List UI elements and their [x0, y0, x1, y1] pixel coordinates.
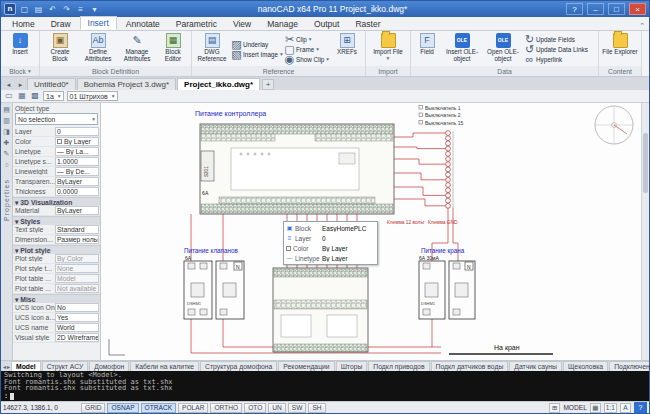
- ribbon-group-title-block[interactable]: Block▾: [1, 66, 39, 76]
- insert-button[interactable]: ↓ Insert: [3, 32, 37, 66]
- status-toggle-sh[interactable]: SH: [308, 403, 325, 413]
- open-file-icon[interactable]: ▤: [33, 4, 44, 15]
- layout-tab[interactable]: Шторы: [336, 361, 368, 371]
- edit-tool-icon[interactable]: ✎: [2, 149, 11, 158]
- canvas-vertical-scrollbar[interactable]: [641, 103, 649, 360]
- new-doc-tab-button[interactable]: +: [262, 79, 274, 90]
- properties-palette-label[interactable]: Properties: [3, 179, 10, 221]
- layout-tab[interactable]: Щеколовка: [563, 361, 608, 371]
- props-row-value[interactable]: — By De...: [55, 167, 99, 176]
- layout-tab[interactable]: Структура домофона: [200, 361, 277, 371]
- style-combo[interactable]: 01 Штрихов▾: [67, 91, 118, 101]
- props-row-value[interactable]: Yes: [55, 313, 99, 322]
- quick-access-dropdown-icon[interactable]: ▾: [89, 4, 100, 15]
- doc-tab-bohemia[interactable]: Bohemia Project 3.dwg*: [77, 78, 176, 90]
- status-toggle-un[interactable]: UN: [268, 403, 286, 413]
- ribbon-tab-view[interactable]: View: [226, 18, 258, 30]
- ribbon-tab-raster[interactable]: Raster: [348, 18, 387, 30]
- props-row-value[interactable]: World: [55, 323, 99, 332]
- manage-attributes-button[interactable]: ✎ Manage Attributes: [118, 32, 156, 66]
- props-row-value[interactable]: No: [55, 303, 99, 312]
- close-button[interactable]: ×: [629, 3, 646, 15]
- redo-icon[interactable]: ↷: [61, 4, 72, 15]
- insert-image-button[interactable]: ▧ Insert Image▾: [231, 50, 283, 59]
- crane-breakers[interactable]: Питание крана 6А 30мА DSHM1 N: [419, 247, 475, 319]
- define-attributes-button[interactable]: Ab Define Attributes: [79, 32, 117, 66]
- ribbon-tab-draw[interactable]: Draw: [44, 18, 78, 30]
- layout-tab[interactable]: Структ АСУ: [42, 361, 89, 371]
- status-toggle-ortho[interactable]: ORTHO: [210, 403, 242, 413]
- props-row-value[interactable]: Not available: [55, 284, 99, 293]
- props-row-value[interactable]: 0.0000: [55, 187, 99, 196]
- props-row-value[interactable]: 1.0000: [55, 157, 99, 166]
- props-row-value[interactable]: Standard: [55, 225, 99, 234]
- field-button[interactable]: F Field: [413, 32, 441, 66]
- filter-tool-icon[interactable]: ▥: [2, 116, 11, 125]
- layout-tab[interactable]: Подкл датчиков воды: [431, 361, 509, 371]
- layout-tab[interactable]: Рекомендации: [278, 361, 334, 371]
- props-section-header[interactable]: ▾ Styles: [13, 216, 100, 225]
- panel-tool-icon[interactable]: ◨: [2, 127, 11, 136]
- ribbon-tab-output[interactable]: Output: [307, 18, 347, 30]
- layout-tab[interactable]: Подкл приводов: [368, 361, 429, 371]
- status-toggle-osnap[interactable]: OSNAP: [107, 403, 138, 413]
- doc-tab-project-ikko[interactable]: Project_ikko.dwg*: [177, 78, 260, 90]
- valves-breakers[interactable]: Питание клапанов 6А DSHM1 N: [184, 247, 244, 319]
- status-toggle-polar[interactable]: POLAR: [178, 403, 208, 413]
- annotation-scale-icon[interactable]: А: [620, 403, 631, 413]
- ribbon-tab-manage[interactable]: Manage: [260, 18, 305, 30]
- view-compass[interactable]: [595, 106, 633, 144]
- ribbon-collapse-icon[interactable]: ⌃: [639, 22, 645, 30]
- hyperlink-button[interactable]: ∞ Hyperlink: [524, 55, 596, 64]
- doc-tab-untitled[interactable]: Untitled0*: [27, 78, 76, 90]
- view-combo[interactable]: 1а▾: [43, 91, 64, 101]
- props-row-value[interactable]: By Color: [55, 254, 99, 263]
- model-space-icon[interactable]: ⊞: [549, 403, 560, 413]
- minimize-button[interactable]: –: [587, 3, 604, 15]
- doc-tab-prev-icon[interactable]: ◂: [3, 79, 14, 90]
- status-toggle-sw[interactable]: SW: [288, 403, 307, 413]
- props-row-value[interactable]: ByLayer: [55, 177, 99, 186]
- layout-tab[interactable]: Датчик сауны: [509, 361, 562, 371]
- ribbon-tab-home[interactable]: Home: [5, 18, 42, 30]
- props-row-value[interactable]: None: [55, 264, 99, 273]
- create-block-button[interactable]: ▣ Create Block: [42, 32, 78, 66]
- add-tool-icon[interactable]: ✚: [2, 138, 11, 147]
- hatch-icon[interactable]: ▩: [30, 91, 40, 101]
- props-row-value[interactable]: Model: [55, 274, 99, 283]
- insert-ole-button[interactable]: OLE Insert OLE-object: [442, 32, 482, 66]
- scale-selector[interactable]: 1:1: [604, 403, 617, 413]
- sheet-icon[interactable]: ▭: [4, 91, 14, 101]
- ribbon-tab-insert[interactable]: Insert: [80, 16, 117, 30]
- layout-tab[interactable]: Model: [11, 361, 41, 371]
- props-row-value[interactable]: By Layer: [55, 137, 99, 146]
- notification-badge[interactable]: ?: [634, 402, 647, 413]
- drawing-canvas[interactable]: Питание контроллера S201 6: [101, 103, 649, 360]
- undo-icon[interactable]: ↶: [47, 4, 58, 15]
- new-file-icon[interactable]: ▢: [19, 4, 30, 15]
- layout-space-icon[interactable]: ▦: [590, 403, 601, 413]
- menu-icon[interactable]: ≡: [75, 4, 86, 15]
- layout-tab-next-icon[interactable]: ▸: [7, 361, 10, 371]
- ribbon-tab-annotate[interactable]: Annotate: [119, 18, 167, 30]
- layout-tab[interactable]: Домофон: [89, 361, 129, 371]
- props-row-value[interactable]: — By La...: [55, 147, 99, 156]
- xrefs-button[interactable]: ⊞ XREFs: [331, 32, 363, 66]
- update-data-links-button[interactable]: ↺ Update Data Links: [524, 45, 596, 54]
- props-section-header[interactable]: ▾ 3D Visualization: [13, 197, 100, 206]
- status-toggle-grid[interactable]: GRID: [81, 403, 105, 413]
- ribbon-tab-parametric[interactable]: Parametric: [169, 18, 224, 30]
- props-section-header[interactable]: ▾ Misc: [13, 294, 100, 303]
- layout-tab-prev-icon[interactable]: ◂: [3, 361, 6, 371]
- pick-tool-icon[interactable]: ○: [2, 160, 11, 169]
- select-tool-icon[interactable]: ▤: [2, 105, 11, 114]
- file-explorer-button[interactable]: File Explorer: [601, 32, 639, 66]
- block-editor-button[interactable]: ▦ Block Editor: [157, 32, 189, 66]
- show-clip-button[interactable]: ◉ Show Clip▾: [284, 55, 330, 64]
- layout-tab[interactable]: Подключение всего: [609, 361, 649, 371]
- command-input[interactable]: :: [4, 392, 646, 400]
- props-row-value[interactable]: 0: [55, 127, 99, 136]
- object-type-select[interactable]: No selection▾: [15, 113, 98, 125]
- doc-tab-next-icon[interactable]: ▸: [15, 79, 26, 90]
- props-row-value[interactable]: Размер нольный: [55, 235, 99, 244]
